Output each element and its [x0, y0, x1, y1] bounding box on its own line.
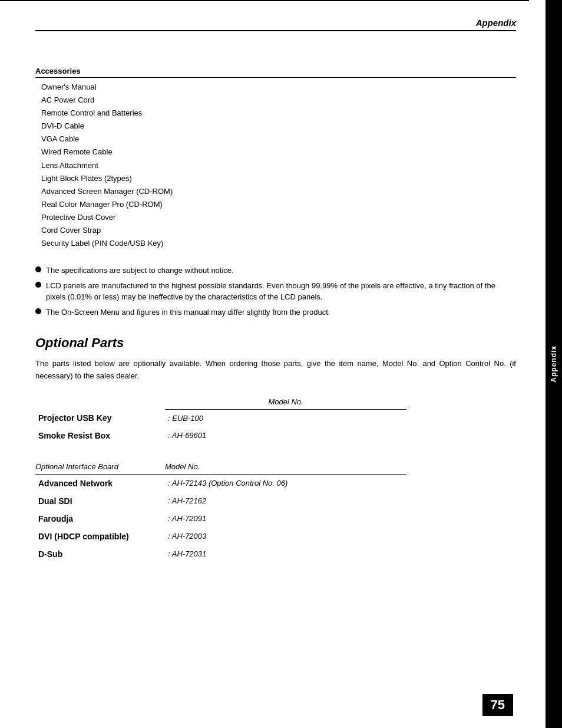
accessory-item: Protective Dust Cover: [35, 211, 516, 224]
interface-model: : AH-72003: [165, 528, 406, 545]
table-row: Dual SDI: AH-72162: [35, 492, 406, 510]
table-row: Smoke Resist Box: AH-69601: [35, 427, 406, 444]
part-model: : EUB-100: [165, 409, 406, 427]
accessory-item: Owner's Manual: [35, 81, 516, 94]
interface-name: Dual SDI: [35, 492, 165, 510]
model-no-header: Model No.: [165, 397, 406, 410]
interface-table: Optional Interface Board Model No. Advan…: [35, 462, 406, 563]
interface-board-label: Optional Interface Board: [35, 462, 165, 475]
optional-parts-desc: The parts listed below are optionally av…: [35, 358, 516, 383]
accessories-list: Owner's ManualAC Power CordRemote Contro…: [35, 81, 516, 250]
interface-name: D-Sub: [35, 545, 165, 563]
header-title: Appendix: [476, 18, 516, 28]
accessory-item: Lens Attachment: [35, 159, 516, 172]
table-row: D-Sub: AH-72031: [35, 545, 406, 563]
table-row: Advanced Network: AH-72143 (Option Contr…: [35, 475, 406, 493]
part-name: Projector USB Key: [35, 409, 165, 427]
note-item: The On-Screen Menu and figures in this m…: [35, 307, 516, 318]
accessories-section: Accessories Owner's ManualAC Power CordR…: [35, 67, 516, 250]
note-text: The On-Screen Menu and figures in this m…: [46, 307, 516, 318]
note-bullet: [35, 266, 41, 272]
side-tab: Appendix: [546, 0, 562, 728]
note-bullet: [35, 308, 41, 314]
accessory-item: DVI-D Cable: [35, 120, 516, 133]
accessory-item: AC Power Cord: [35, 94, 516, 107]
note-bullet: [35, 282, 41, 288]
accessory-item: Security Label (PIN Code/USB Key): [35, 237, 516, 250]
accessory-item: Remote Control and Batteries: [35, 107, 516, 120]
part-name: Smoke Resist Box: [35, 427, 165, 444]
accessory-item: Light Block Plates (2types): [35, 172, 516, 185]
accessory-item: Wired Remote Cable: [35, 146, 516, 159]
note-item: The specifications are subject to change…: [35, 265, 516, 276]
table-row: Faroudja: AH-72091: [35, 510, 406, 528]
optional-parts-title: Optional Parts: [35, 335, 516, 351]
parts-table: Model No. Projector USB Key: EUB-100Smok…: [35, 397, 406, 445]
optional-parts-section: Optional Parts The parts listed below ar…: [35, 335, 516, 563]
part-model: : AH-69601: [165, 427, 406, 444]
interface-name: DVI (HDCP compatible): [35, 528, 165, 545]
interface-model: : AH-72162: [165, 492, 406, 510]
note-text: LCD panels are manufactured to the highe…: [46, 280, 516, 303]
accessory-item: Advanced Screen Manager (CD-ROM): [35, 185, 516, 198]
table-row: DVI (HDCP compatible): AH-72003: [35, 528, 406, 545]
notes-section: The specifications are subject to change…: [35, 265, 516, 318]
note-item: LCD panels are manufactured to the highe…: [35, 280, 516, 303]
accessory-item: Real Color Manager Pro (CD-ROM): [35, 198, 516, 211]
page-header: Appendix: [35, 18, 516, 31]
accessory-item: VGA Cable: [35, 133, 516, 146]
table-row: Projector USB Key: EUB-100: [35, 409, 406, 427]
interface-model-label: Model No.: [165, 462, 406, 475]
page-number: 75: [482, 694, 513, 716]
accessories-label: Accessories: [35, 67, 516, 78]
accessory-item: Cord Cover Strap: [35, 224, 516, 237]
interface-name: Faroudja: [35, 510, 165, 528]
note-text: The specifications are subject to change…: [46, 265, 516, 276]
side-tab-label: Appendix: [550, 345, 558, 383]
page-number-area: 75: [482, 694, 513, 716]
interface-name: Advanced Network: [35, 475, 165, 493]
interface-model: : AH-72091: [165, 510, 406, 528]
interface-model: : AH-72031: [165, 545, 406, 563]
interface-model: : AH-72143 (Option Control No. 06): [165, 475, 406, 493]
